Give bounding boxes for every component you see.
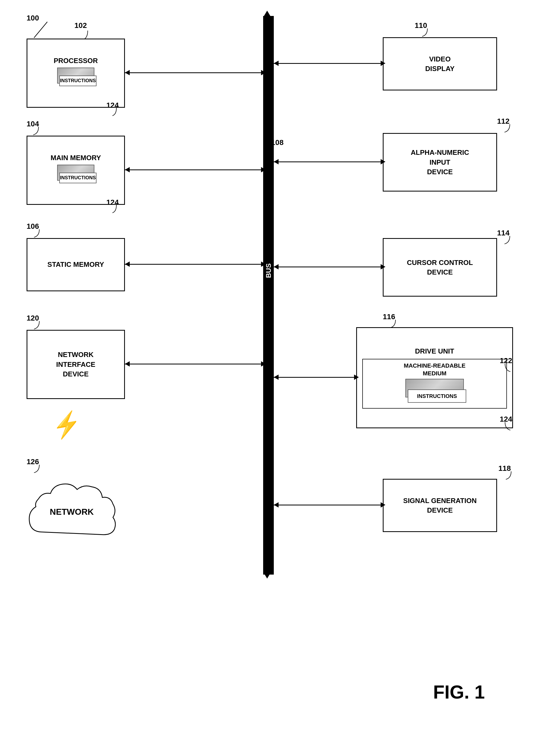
bus-label: BUS: [264, 263, 272, 278]
bus-arrow-down: [264, 573, 270, 579]
cursor-control-arrow-left: [274, 264, 279, 269]
processor-arrow-line: [125, 72, 263, 73]
static-memory-label: STATIC MEMORY: [47, 260, 104, 269]
ref-122-arrow: [497, 362, 513, 373]
signal-gen-arrow-right: [381, 502, 385, 507]
cursor-control-arrow-right: [381, 264, 385, 269]
machine-readable-inner: MACHINE-READABLEMEDIUM INSTRUCTIONS: [362, 359, 507, 409]
signal-gen-arrow-line: [274, 505, 383, 505]
drive-unit-box: DRIVE UNIT MACHINE-READABLEMEDIUM INSTRU…: [356, 327, 513, 428]
video-display-arrow-left: [274, 61, 279, 66]
processor-arrow-right: [261, 70, 266, 75]
cursor-control-label: CURSOR CONTROLDEVICE: [407, 258, 473, 277]
network-cloud: NETWORK: [21, 474, 122, 548]
alpha-numeric-arrow-right: [381, 159, 385, 164]
main-memory-instructions-text: INSTRUCTIONS: [59, 173, 96, 183]
static-memory-arrow-line: [125, 264, 263, 265]
bus-line: [263, 16, 274, 575]
processor-instructions-text: INSTRUCTIONS: [59, 76, 96, 86]
alpha-numeric-arrow-left: [274, 159, 279, 164]
main-memory-instructions-graphic: INSTRUCTIONS: [54, 165, 97, 186]
network-interface-label: NETWORKINTERFACEDEVICE: [56, 350, 95, 379]
video-display-box: VIDEODISPLAY: [383, 37, 497, 90]
main-memory-arrow-line: [125, 169, 263, 170]
ref-110-arrow: [419, 27, 435, 38]
ref-108: 108: [271, 138, 284, 147]
ref-100-arrow: [31, 19, 53, 40]
main-memory-box: MAIN MEMORY INSTRUCTIONS: [27, 136, 125, 205]
signal-generation-label: SIGNAL GENERATIONDEVICE: [403, 496, 477, 515]
drive-unit-label: DRIVE UNIT: [415, 347, 454, 356]
network-interface-box: NETWORKINTERFACEDEVICE: [27, 330, 125, 399]
cursor-control-box: CURSOR CONTROLDEVICE: [383, 238, 497, 297]
alpha-numeric-label: ALPHA-NUMERICINPUTDEVICE: [411, 147, 469, 177]
ref-104-arrow: [30, 126, 46, 136]
ref-124b-arrow: [111, 204, 127, 214]
signal-generation-box: SIGNAL GENERATIONDEVICE: [383, 479, 497, 532]
ref-118-arrow: [503, 470, 519, 481]
static-memory-box: STATIC MEMORY: [27, 238, 125, 291]
drive-instructions-text: INSTRUCTIONS: [408, 389, 466, 403]
ref-124c-arrow: [497, 421, 513, 432]
main-memory-arrow-right: [261, 167, 266, 172]
alpha-numeric-arrow-line: [274, 161, 383, 162]
processor-label: PROCESSOR: [54, 56, 98, 65]
network-interface-arrow-line: [125, 364, 263, 365]
drive-unit-arrow-left: [274, 375, 279, 380]
ref-120-arrow: [31, 320, 47, 330]
video-display-arrow-right: [381, 61, 385, 66]
drive-unit-arrow-line: [274, 377, 356, 378]
main-memory-arrow-left: [125, 167, 130, 172]
alpha-numeric-box: ALPHA-NUMERICINPUTDEVICE: [383, 133, 497, 192]
machine-readable-label: MACHINE-READABLEMEDIUM: [365, 362, 504, 377]
diagram: 100 102 PROCESSOR INSTRUCTIONS 104 MAIN …: [0, 0, 538, 756]
main-memory-label: MAIN MEMORY: [50, 153, 101, 162]
processor-arrow-left: [125, 70, 130, 75]
svg-text:NETWORK: NETWORK: [50, 507, 93, 517]
figure-label: FIG. 1: [433, 681, 485, 703]
network-interface-arrow-left: [125, 361, 130, 367]
ref-106-arrow: [31, 228, 47, 239]
lightning-bolt: ⚡: [50, 409, 84, 441]
drive-instructions-graphic: INSTRUCTIONS: [365, 379, 504, 405]
processor-box: PROCESSOR INSTRUCTIONS: [27, 38, 125, 108]
ref-124a-arrow: [111, 106, 127, 117]
ref-126-arrow: [31, 463, 47, 474]
cursor-control-arrow-line: [274, 266, 383, 267]
processor-instructions-graphic: INSTRUCTIONS: [54, 68, 97, 89]
signal-gen-arrow-left: [274, 502, 279, 507]
video-display-arrow-line: [274, 63, 383, 64]
ref-112-arrow: [502, 123, 518, 134]
network-interface-arrow-right: [261, 361, 266, 367]
svg-line-0: [34, 22, 47, 38]
video-display-label: VIDEODISPLAY: [425, 54, 455, 74]
drive-unit-arrow-right: [354, 375, 359, 380]
ref-114-arrow: [502, 235, 518, 245]
static-memory-arrow-left: [125, 262, 130, 267]
bus-arrow-up: [264, 11, 270, 16]
